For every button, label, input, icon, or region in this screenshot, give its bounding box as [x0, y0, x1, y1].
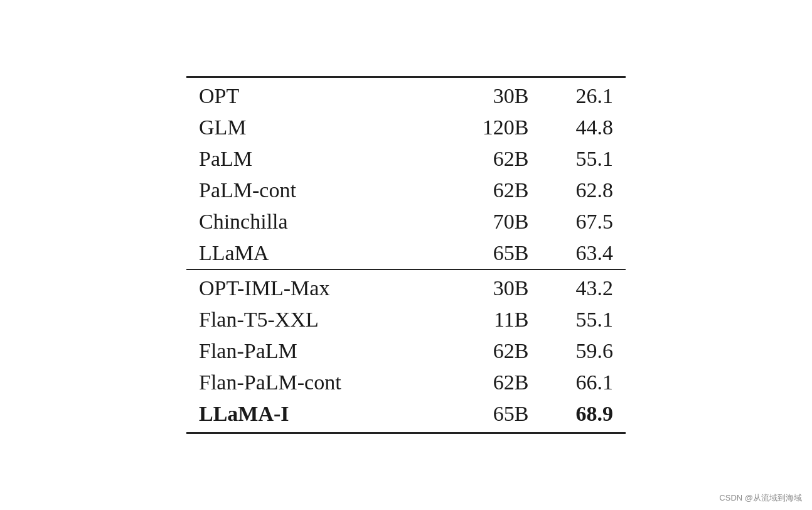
- model-size-cell: 30B: [449, 270, 548, 304]
- model-name-cell: LLaMA-I: [186, 398, 449, 433]
- model-score-cell: 62.8: [547, 175, 626, 206]
- model-name-cell: PaLM: [186, 143, 449, 175]
- model-name-cell: OPT: [186, 77, 449, 112]
- model-size-cell: 65B: [449, 237, 548, 269]
- model-score-cell: 66.1: [547, 367, 626, 398]
- watermark-label: CSDN @从流域到海域: [719, 492, 802, 504]
- model-score-cell: 68.9: [547, 398, 626, 433]
- comparison-table: OPT30B26.1GLM120B44.8PaLM62B55.1PaLM-con…: [186, 76, 626, 434]
- model-size-cell: 62B: [449, 335, 548, 367]
- model-size-cell: 70B: [449, 206, 548, 237]
- model-size-cell: 62B: [449, 367, 548, 398]
- model-score-cell: 67.5: [547, 206, 626, 237]
- model-size-cell: 62B: [449, 143, 548, 175]
- model-name-cell: Chinchilla: [186, 206, 449, 237]
- model-score-cell: 55.1: [547, 143, 626, 175]
- model-size-cell: 30B: [449, 77, 548, 112]
- model-size-cell: 11B: [449, 304, 548, 335]
- table-container: OPT30B26.1GLM120B44.8PaLM62B55.1PaLM-con…: [186, 76, 626, 434]
- model-name-cell: OPT-IML-Max: [186, 270, 449, 304]
- model-score-cell: 43.2: [547, 270, 626, 304]
- model-name-cell: Flan-T5-XXL: [186, 304, 449, 335]
- model-name-cell: PaLM-cont: [186, 175, 449, 206]
- model-name-cell: Flan-PaLM: [186, 335, 449, 367]
- model-size-cell: 120B: [449, 112, 548, 143]
- model-name-cell: GLM: [186, 112, 449, 143]
- model-score-cell: 63.4: [547, 237, 626, 269]
- model-size-cell: 62B: [449, 175, 548, 206]
- model-score-cell: 44.8: [547, 112, 626, 143]
- model-score-cell: 26.1: [547, 77, 626, 112]
- model-score-cell: 55.1: [547, 304, 626, 335]
- model-name-cell: Flan-PaLM-cont: [186, 367, 449, 398]
- model-name-cell: LLaMA: [186, 237, 449, 269]
- model-size-cell: 65B: [449, 398, 548, 433]
- model-score-cell: 59.6: [547, 335, 626, 367]
